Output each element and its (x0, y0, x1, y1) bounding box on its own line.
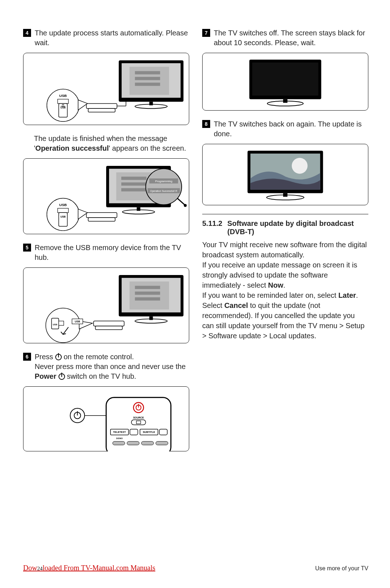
svg-rect-58 (130, 429, 138, 435)
step-text: Press on the remote control. Never press… (35, 352, 189, 381)
step-text: The TV switches back on again. The updat… (214, 119, 368, 139)
brand-label: PHILIPS (131, 276, 140, 278)
svg-rect-60 (159, 429, 167, 435)
figure-svg: PHILIPS Programming Operation Successful… (23, 159, 189, 234)
step-4: 4 The update process starts automaticall… (23, 28, 189, 48)
left-column: 4 The update process starts automaticall… (23, 28, 189, 460)
page-number: 24 (37, 566, 43, 571)
section-number: 5.11.2 (202, 219, 222, 236)
usb-port-label: USB (75, 320, 80, 323)
svg-rect-68 (283, 99, 287, 103)
svg-rect-73 (283, 193, 287, 197)
section-divider (202, 214, 368, 214)
svg-rect-28 (86, 213, 117, 218)
svg-rect-62 (127, 441, 139, 445)
usb-label: USB (59, 94, 67, 98)
manual-page: 4 The update process starts automaticall… (0, 0, 390, 588)
step-number-badge: 5 (23, 244, 31, 252)
step-6: 6 Press on the remote control. Never pre… (23, 352, 189, 381)
svg-point-23 (146, 169, 182, 205)
brand-label: PHILIPS (131, 61, 140, 63)
svg-rect-5 (135, 83, 160, 86)
svg-rect-35 (130, 282, 169, 310)
magnifier-text-2: Operation Successful! R (150, 190, 177, 193)
figure-tv-on (202, 144, 368, 205)
step-number-badge: 8 (202, 120, 210, 128)
svg-rect-66 (252, 63, 318, 96)
svg-rect-42 (95, 326, 122, 330)
note-bold: Operation successful (35, 144, 109, 152)
svg-rect-36 (135, 286, 160, 289)
text-part: Select (202, 301, 224, 309)
svg-line-26 (177, 198, 185, 205)
svg-rect-40 (149, 316, 153, 320)
text-part: on the remote control. (62, 353, 134, 361)
svg-rect-32 (59, 213, 68, 226)
svg-rect-3 (135, 71, 160, 74)
svg-rect-61 (113, 441, 125, 445)
link-part: loaded From TV-Manual.com Manuals (43, 564, 155, 572)
svg-rect-7 (149, 102, 153, 105)
figure-svg (203, 53, 368, 111)
right-column: 7 The TV switches off. The screen stays … (202, 28, 368, 460)
bold-cancel: Cancel (224, 301, 248, 309)
demo-label: DEMO (116, 437, 123, 439)
svg-point-71 (292, 158, 308, 174)
text-part: Never press more than once and never use… (35, 362, 186, 370)
step-7: 7 The TV switches off. The screen stays … (202, 28, 368, 48)
step-8: 8 The TV switches back on again. The upd… (202, 119, 368, 139)
figure-remote-control: SOURCE TELETEXT SUBTITLE DEMO (23, 386, 189, 451)
brand-label: PHILIPS (119, 167, 127, 169)
step-number-badge: 7 (202, 29, 210, 37)
link-part: Dow (23, 564, 37, 572)
svg-rect-64 (156, 441, 168, 445)
figure-update-running: PHILIPS USB USB (23, 53, 189, 125)
text-part: . (356, 291, 358, 299)
svg-rect-8 (86, 103, 117, 108)
usb-stick-label: USB (60, 106, 66, 109)
source-label: SOURCE (133, 416, 144, 419)
text-part: If you want to be reminded later on, sel… (202, 291, 338, 299)
step-text: The TV switches off. The screen stays bl… (214, 28, 368, 48)
text-part: . (283, 281, 286, 289)
teletext-label: TELETEXT (113, 431, 126, 433)
svg-rect-18 (121, 177, 147, 180)
step-text: The update process starts automatically.… (35, 28, 189, 48)
section-paragraph: If you want to be reminded later on, sel… (202, 290, 368, 300)
section-paragraph: If you receive an update message on scre… (202, 260, 368, 290)
download-link[interactable]: Dow24loaded From TV-Manual.com Manuals (23, 564, 155, 572)
step-number-badge: 4 (23, 29, 31, 37)
svg-rect-13 (58, 99, 69, 103)
section-title: Software update by digital broadcast (DV… (228, 219, 368, 236)
columns: 4 The update process starts automaticall… (23, 28, 368, 460)
svg-rect-29 (88, 218, 115, 221)
page-footer: Dow24loaded From TV-Manual.com Manuals U… (23, 564, 368, 572)
power-bold: Power (35, 372, 56, 380)
usb-stick-label: USB (53, 323, 57, 326)
svg-point-27 (184, 204, 187, 207)
svg-rect-41 (94, 321, 124, 326)
svg-rect-31 (58, 208, 69, 213)
svg-rect-46 (59, 321, 64, 325)
page-label: Use more of your TV (315, 565, 368, 572)
figure-remove-usb: PHILIPS USB USB (23, 267, 189, 343)
bold-later: Later (338, 291, 356, 299)
figure-operation-successful: PHILIPS Programming Operation Successful… (23, 158, 189, 234)
svg-rect-55 (131, 420, 146, 425)
figure-tv-off (202, 53, 368, 111)
svg-rect-63 (142, 441, 154, 445)
section-heading: 5.11.2 Software update by digital broadc… (202, 219, 368, 236)
note-text: ' appears on the screen. (109, 144, 186, 152)
svg-rect-2 (130, 67, 169, 95)
section-paragraph: Select Cancel to quit the update (not re… (202, 300, 368, 341)
subtitle-label: SUBTITLE (143, 431, 155, 433)
svg-rect-38 (135, 297, 160, 301)
svg-rect-22 (137, 207, 140, 211)
section-paragraph: Your TV might receive new software from … (202, 240, 368, 260)
figure-svg: PHILIPS USB USB (23, 268, 189, 343)
svg-rect-9 (88, 108, 115, 112)
step-number-badge: 6 (23, 353, 31, 361)
svg-rect-37 (135, 292, 160, 295)
text-part: switch on the TV hub. (65, 372, 136, 380)
usb-label: USB (59, 203, 67, 207)
